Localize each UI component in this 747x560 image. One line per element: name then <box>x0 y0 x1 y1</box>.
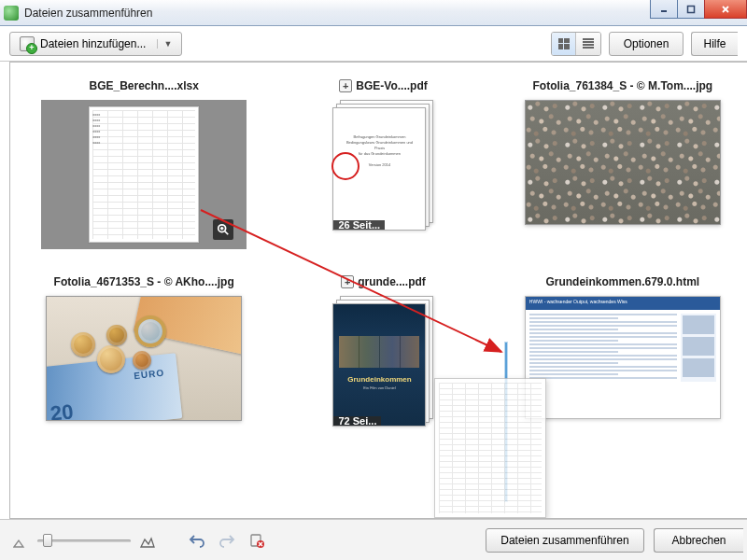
file-label: Fotolia_761384_S - © M.Tom....jpg <box>532 79 712 92</box>
file-thumbnail[interactable] <box>525 100 721 225</box>
add-files-button[interactable]: Dateien hinzufügen... ▼ <box>9 32 182 56</box>
zoom-slider[interactable] <box>37 532 131 549</box>
file-item[interactable]: Fotolia_4671353_S - © AKho....jpg EURO <box>33 275 255 427</box>
file-grid[interactable]: BGE_Berechn....xlsx xxxxxxxxxxxxxxxxxxxx… <box>9 62 747 519</box>
window-controls <box>651 0 747 19</box>
maximize-button[interactable] <box>677 0 705 19</box>
slider-thumb[interactable] <box>43 534 52 547</box>
zoom-icon[interactable] <box>213 219 233 240</box>
combine-files-button[interactable]: Dateien zusammenführen <box>486 528 644 553</box>
file-label: BGE_Berechn....xlsx <box>89 79 198 92</box>
options-button[interactable]: Optionen <box>609 32 684 56</box>
svg-rect-1 <box>688 6 695 12</box>
list-view-button[interactable] <box>576 33 600 55</box>
delete-button[interactable] <box>247 531 267 550</box>
title-bar: Dateien zusammenführen <box>0 0 747 26</box>
cancel-button[interactable]: Abbrechen <box>654 528 743 553</box>
file-label: Grundeinkommen.679.0.html <box>545 275 699 288</box>
file-thumbnail[interactable]: EURO <box>46 296 242 421</box>
grid-view-button[interactable] <box>552 33 576 55</box>
grid-icon <box>558 38 570 49</box>
help-button[interactable]: Hilfe <box>691 32 738 56</box>
bottom-bar: Dateien zusammenführen Abbrechen <box>0 519 747 560</box>
zoom-in-icon[interactable] <box>140 535 155 546</box>
svg-line-5 <box>225 231 229 235</box>
file-label: Fotolia_4671353_S - © AKho....jpg <box>54 275 234 288</box>
file-item[interactable]: BGE_Berechn....xlsx xxxxxxxxxxxxxxxxxxxx… <box>33 79 255 249</box>
app-icon <box>4 6 19 21</box>
file-label: + BGE-Vo....pdf <box>339 79 427 92</box>
pdf-cover-preview: Grundeinkommen Ein Film von Daniel <box>333 304 425 426</box>
page-count-badge: 26 Seit... <box>333 220 385 230</box>
file-item[interactable]: Fotolia_761384_S - © M.Tom....jpg <box>512 79 734 249</box>
chevron-down-icon: ▼ <box>157 39 172 49</box>
add-files-label: Dateien hinzufügen... <box>40 37 146 50</box>
file-thumbnail[interactable]: xxxxxxxxxxxxxxxxxxxxxxxx <box>41 100 247 249</box>
expand-icon[interactable]: + <box>339 79 352 92</box>
expand-icon[interactable]: + <box>341 275 354 288</box>
close-button[interactable] <box>704 0 747 19</box>
drag-ghost <box>434 378 546 518</box>
file-label: + grunde....pdf <box>341 275 426 288</box>
page-count-badge: 72 Sei... <box>333 416 381 426</box>
toolbar: Dateien hinzufügen... ▼ Optionen Hilfe <box>0 26 747 62</box>
undo-button[interactable] <box>187 531 207 550</box>
spreadsheet-preview: xxxxxxxxxxxxxxxxxxxxxxxx <box>88 105 200 244</box>
zoom-out-icon[interactable] <box>13 535 28 546</box>
list-icon <box>583 38 594 49</box>
annotation-circle <box>331 152 359 180</box>
file-thumbnail[interactable]: Grundeinkommen Ein Film von Daniel 72 Se… <box>332 296 433 427</box>
window-title: Dateien zusammenführen <box>24 7 152 20</box>
file-thumbnail[interactable]: HWWI - wachsender Output, wachsendes Wis… <box>525 296 721 419</box>
add-files-icon <box>20 36 35 51</box>
file-item[interactable]: + BGE-Vo....pdf Befragungen Grundeinkomm… <box>272 79 494 249</box>
minimize-button[interactable] <box>650 0 678 19</box>
redo-button[interactable] <box>217 531 237 550</box>
view-toggle <box>551 32 601 56</box>
